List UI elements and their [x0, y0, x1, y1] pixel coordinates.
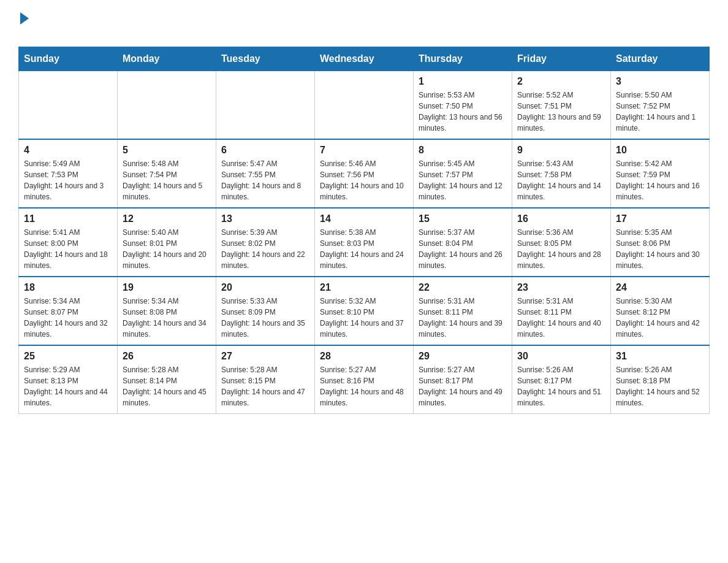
calendar-cell: 2Sunrise: 5:52 AMSunset: 7:51 PMDaylight…: [512, 71, 611, 140]
calendar-header-thursday: Thursday: [414, 47, 512, 71]
day-info: Sunrise: 5:37 AMSunset: 8:04 PMDaylight:…: [419, 227, 507, 271]
calendar-header-wednesday: Wednesday: [315, 47, 414, 71]
day-number: 3: [616, 76, 704, 87]
calendar-cell: 27Sunrise: 5:28 AMSunset: 8:15 PMDayligh…: [216, 345, 315, 414]
day-number: 30: [517, 351, 605, 362]
day-info: Sunrise: 5:28 AMSunset: 8:15 PMDaylight:…: [221, 364, 309, 408]
calendar-cell: 7Sunrise: 5:46 AMSunset: 7:56 PMDaylight…: [315, 139, 414, 208]
day-number: 24: [616, 282, 704, 293]
calendar-table: SundayMondayTuesdayWednesdayThursdayFrid…: [18, 47, 710, 414]
day-info: Sunrise: 5:26 AMSunset: 8:18 PMDaylight:…: [616, 364, 704, 408]
calendar-cell: [315, 71, 414, 140]
day-number: 18: [24, 282, 112, 293]
logo-arrow-icon: [20, 12, 29, 25]
day-info: Sunrise: 5:36 AMSunset: 8:05 PMDaylight:…: [517, 227, 605, 271]
calendar-cell: 4Sunrise: 5:49 AMSunset: 7:53 PMDaylight…: [19, 139, 118, 208]
day-number: 11: [24, 213, 112, 224]
calendar-cell: 8Sunrise: 5:45 AMSunset: 7:57 PMDaylight…: [414, 139, 512, 208]
calendar-cell: 3Sunrise: 5:50 AMSunset: 7:52 PMDaylight…: [611, 71, 710, 140]
calendar-cell: 13Sunrise: 5:39 AMSunset: 8:02 PMDayligh…: [216, 208, 315, 277]
day-info: Sunrise: 5:29 AMSunset: 8:13 PMDaylight:…: [24, 364, 112, 408]
calendar-header-saturday: Saturday: [611, 47, 710, 71]
day-number: 9: [517, 145, 605, 156]
calendar-cell: 14Sunrise: 5:38 AMSunset: 8:03 PMDayligh…: [315, 208, 414, 277]
calendar-cell: 21Sunrise: 5:32 AMSunset: 8:10 PMDayligh…: [315, 277, 414, 345]
day-info: Sunrise: 5:30 AMSunset: 8:12 PMDaylight:…: [616, 296, 704, 340]
day-number: 29: [419, 351, 507, 362]
calendar-week-row: 1Sunrise: 5:53 AMSunset: 7:50 PMDaylight…: [19, 71, 710, 140]
calendar-cell: 11Sunrise: 5:41 AMSunset: 8:00 PMDayligh…: [19, 208, 118, 277]
day-number: 14: [320, 213, 408, 224]
day-number: 4: [24, 145, 112, 156]
day-info: Sunrise: 5:26 AMSunset: 8:17 PMDaylight:…: [517, 364, 605, 408]
day-info: Sunrise: 5:52 AMSunset: 7:51 PMDaylight:…: [517, 90, 605, 134]
calendar-cell: 5Sunrise: 5:48 AMSunset: 7:54 PMDaylight…: [118, 139, 216, 208]
calendar-cell: 24Sunrise: 5:30 AMSunset: 8:12 PMDayligh…: [611, 277, 710, 345]
day-number: 13: [221, 213, 309, 224]
calendar-cell: 29Sunrise: 5:27 AMSunset: 8:17 PMDayligh…: [414, 345, 512, 414]
calendar-cell: 22Sunrise: 5:31 AMSunset: 8:11 PMDayligh…: [414, 277, 512, 345]
day-number: 12: [123, 213, 211, 224]
day-info: Sunrise: 5:49 AMSunset: 7:53 PMDaylight:…: [24, 158, 112, 202]
calendar-cell: 17Sunrise: 5:35 AMSunset: 8:06 PMDayligh…: [611, 208, 710, 277]
day-info: Sunrise: 5:39 AMSunset: 8:02 PMDaylight:…: [221, 227, 309, 271]
calendar-week-row: 4Sunrise: 5:49 AMSunset: 7:53 PMDaylight…: [19, 139, 710, 208]
day-info: Sunrise: 5:47 AMSunset: 7:55 PMDaylight:…: [221, 158, 309, 202]
calendar-cell: 20Sunrise: 5:33 AMSunset: 8:09 PMDayligh…: [216, 277, 315, 345]
day-info: Sunrise: 5:28 AMSunset: 8:14 PMDaylight:…: [123, 364, 211, 408]
calendar-cell: 19Sunrise: 5:34 AMSunset: 8:08 PMDayligh…: [118, 277, 216, 345]
calendar-cell: 30Sunrise: 5:26 AMSunset: 8:17 PMDayligh…: [512, 345, 611, 414]
day-info: Sunrise: 5:38 AMSunset: 8:03 PMDaylight:…: [320, 227, 408, 271]
calendar-cell: 16Sunrise: 5:36 AMSunset: 8:05 PMDayligh…: [512, 208, 611, 277]
day-info: Sunrise: 5:31 AMSunset: 8:11 PMDaylight:…: [517, 296, 605, 340]
day-info: Sunrise: 5:34 AMSunset: 8:08 PMDaylight:…: [123, 296, 211, 340]
day-info: Sunrise: 5:35 AMSunset: 8:06 PMDaylight:…: [616, 227, 704, 271]
calendar-header-monday: Monday: [118, 47, 216, 71]
calendar-cell: 1Sunrise: 5:53 AMSunset: 7:50 PMDaylight…: [414, 71, 512, 140]
day-info: Sunrise: 5:42 AMSunset: 7:59 PMDaylight:…: [616, 158, 704, 202]
day-info: Sunrise: 5:53 AMSunset: 7:50 PMDaylight:…: [419, 90, 507, 134]
page-header: [18, 12, 710, 40]
calendar-header-row: SundayMondayTuesdayWednesdayThursdayFrid…: [19, 47, 710, 71]
calendar-header-sunday: Sunday: [19, 47, 118, 71]
day-number: 22: [419, 282, 507, 293]
day-info: Sunrise: 5:34 AMSunset: 8:07 PMDaylight:…: [24, 296, 112, 340]
calendar-header-tuesday: Tuesday: [216, 47, 315, 71]
day-info: Sunrise: 5:48 AMSunset: 7:54 PMDaylight:…: [123, 158, 211, 202]
day-number: 7: [320, 145, 408, 156]
calendar-cell: 18Sunrise: 5:34 AMSunset: 8:07 PMDayligh…: [19, 277, 118, 345]
day-number: 5: [123, 145, 211, 156]
calendar-week-row: 25Sunrise: 5:29 AMSunset: 8:13 PMDayligh…: [19, 345, 710, 414]
day-number: 2: [517, 76, 605, 87]
calendar-cell: 15Sunrise: 5:37 AMSunset: 8:04 PMDayligh…: [414, 208, 512, 277]
calendar-cell: [19, 71, 118, 140]
calendar-cell: 31Sunrise: 5:26 AMSunset: 8:18 PMDayligh…: [611, 345, 710, 414]
day-number: 20: [221, 282, 309, 293]
day-info: Sunrise: 5:31 AMSunset: 8:11 PMDaylight:…: [419, 296, 507, 340]
calendar-cell: 10Sunrise: 5:42 AMSunset: 7:59 PMDayligh…: [611, 139, 710, 208]
day-number: 1: [419, 76, 507, 87]
day-number: 28: [320, 351, 408, 362]
day-number: 21: [320, 282, 408, 293]
day-info: Sunrise: 5:40 AMSunset: 8:01 PMDaylight:…: [123, 227, 211, 271]
day-number: 6: [221, 145, 309, 156]
calendar-cell: 12Sunrise: 5:40 AMSunset: 8:01 PMDayligh…: [118, 208, 216, 277]
calendar-cell: 23Sunrise: 5:31 AMSunset: 8:11 PMDayligh…: [512, 277, 611, 345]
calendar-cell: 25Sunrise: 5:29 AMSunset: 8:13 PMDayligh…: [19, 345, 118, 414]
logo: [18, 12, 29, 40]
day-number: 31: [616, 351, 704, 362]
day-info: Sunrise: 5:46 AMSunset: 7:56 PMDaylight:…: [320, 158, 408, 202]
calendar-cell: 26Sunrise: 5:28 AMSunset: 8:14 PMDayligh…: [118, 345, 216, 414]
calendar-cell: [118, 71, 216, 140]
calendar-header-friday: Friday: [512, 47, 611, 71]
day-number: 15: [419, 213, 507, 224]
day-number: 25: [24, 351, 112, 362]
day-info: Sunrise: 5:43 AMSunset: 7:58 PMDaylight:…: [517, 158, 605, 202]
day-number: 23: [517, 282, 605, 293]
day-number: 8: [419, 145, 507, 156]
day-info: Sunrise: 5:27 AMSunset: 8:16 PMDaylight:…: [320, 364, 408, 408]
day-number: 27: [221, 351, 309, 362]
day-info: Sunrise: 5:33 AMSunset: 8:09 PMDaylight:…: [221, 296, 309, 340]
day-number: 10: [616, 145, 704, 156]
calendar-cell: 9Sunrise: 5:43 AMSunset: 7:58 PMDaylight…: [512, 139, 611, 208]
